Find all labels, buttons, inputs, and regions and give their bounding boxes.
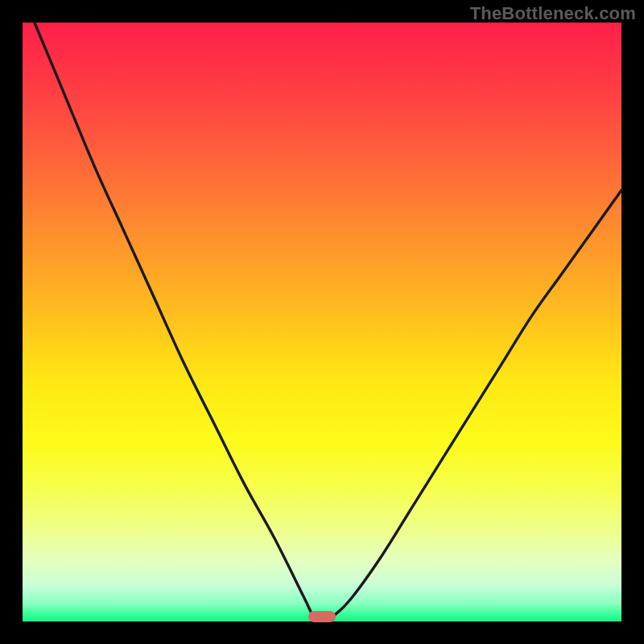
minimum-marker (308, 611, 336, 622)
bottleneck-curve (23, 23, 621, 621)
plot-area (23, 23, 621, 621)
chart-frame: TheBottleneck.com (0, 0, 644, 644)
curve-path (35, 23, 621, 621)
watermark-text: TheBottleneck.com (470, 3, 636, 24)
